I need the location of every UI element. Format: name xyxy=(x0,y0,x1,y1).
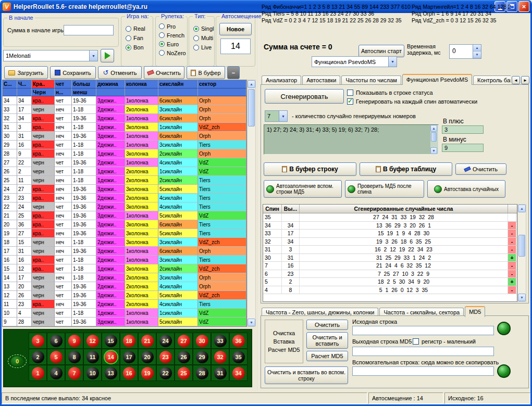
start-sum-input[interactable] xyxy=(64,25,114,35)
history-row[interactable]: 104чернчет1-181дюжи..1колонка1сиклайнVdZ xyxy=(3,309,246,318)
board-cell-25[interactable]: 25 xyxy=(175,365,193,381)
history-row[interactable]: 928чернчет19-363дюжи..1колонка5сиклайнVd… xyxy=(3,318,246,326)
history-row[interactable]: 3031черннеч19-363дюжи..1колонка6сиклайнO… xyxy=(3,132,246,141)
scroll-thumb[interactable] xyxy=(248,89,255,126)
generate-button[interactable]: Сгенерировать xyxy=(265,89,344,104)
history-row[interactable]: 1927кра..неч19-363дюжи..3колонка5сиклайн… xyxy=(3,229,246,238)
board-cell-21[interactable]: 21 xyxy=(138,333,156,349)
main-tab-3[interactable]: Частоты по числам xyxy=(341,75,401,85)
history-row[interactable]: 3434кра..чет19-363дюжи..1колонка6сиклайн… xyxy=(3,96,246,105)
board-cell-28[interactable]: 28 xyxy=(193,365,211,381)
main-tab-4[interactable]: Функционал PsevdoMS xyxy=(402,74,472,85)
gen-row[interactable]: 331715 19 1 9 4 28 30- xyxy=(263,230,517,238)
radio-option-euro[interactable]: Euro xyxy=(159,40,186,48)
history-row[interactable]: 1123кра..неч19-362дюжи..2колонка4сиклайн… xyxy=(3,300,246,309)
board-cell-14[interactable]: 14 xyxy=(102,349,120,365)
toolbar-button-save-disk[interactable]: Сохранить xyxy=(50,66,96,79)
tab-scroll-left-icon[interactable]: ◄ xyxy=(512,76,520,84)
board-cell-11[interactable]: 11 xyxy=(83,349,102,365)
main-tab-5[interactable]: Контроль банкро xyxy=(473,75,511,85)
scroll-down-icon[interactable]: ▼ xyxy=(518,294,526,301)
check-md5-button[interactable]: Проверить МД5 после спина xyxy=(345,180,424,198)
copy-line-button[interactable]: В буфер строку xyxy=(264,162,356,176)
board-cell-16[interactable]: 16 xyxy=(120,365,138,381)
freq-tab-3[interactable]: MD5 xyxy=(465,306,485,317)
spinner-up-icon[interactable]: ▲ xyxy=(473,45,481,52)
scroll-thumb[interactable] xyxy=(431,132,437,142)
main-tab-1[interactable]: Анализатор xyxy=(262,75,301,85)
toolbar-button-clear[interactable]: Очистить xyxy=(144,66,184,79)
board-cell-5[interactable]: 5 xyxy=(47,349,65,365)
history-row[interactable]: 2125кра..неч19-363дюжи..1колонка5сиклайн… xyxy=(3,211,246,220)
scroll-down-icon[interactable]: ▼ xyxy=(430,147,437,154)
history-row[interactable]: 1320чернчет19-362дюжи..2колонка4сиклайнO… xyxy=(3,282,246,291)
board-cell-7[interactable]: 7 xyxy=(65,365,83,381)
md5-copy-aux-button[interactable] xyxy=(497,364,511,378)
clear-output-button[interactable]: Очистить xyxy=(455,163,506,175)
copy-table-button[interactable]: В буфер таблицу xyxy=(360,162,452,176)
main-tab-2[interactable]: Автоставки xyxy=(302,75,340,85)
gen-row[interactable]: 71621 24 4 6 32 35 12- xyxy=(263,262,517,270)
md5-aux-input[interactable] xyxy=(352,366,494,376)
play-button[interactable] xyxy=(101,49,114,62)
radio-option-french[interactable]: French xyxy=(159,31,186,40)
board-cell-26[interactable]: 26 xyxy=(175,349,193,365)
autospin-start-button[interactable]: Автоспин старт xyxy=(358,45,404,57)
history-row[interactable]: 2224чернчет19-362дюжи..3колонка4сиклайнT… xyxy=(3,202,246,211)
board-cell-20[interactable]: 20 xyxy=(138,349,156,365)
radio-option-singl[interactable]: Singl xyxy=(193,24,214,33)
scroll-up-icon[interactable]: ▲ xyxy=(430,125,437,132)
gen-row[interactable]: 3527 24 31 33 19 32 28 xyxy=(263,213,517,222)
board-cell-15[interactable]: 15 xyxy=(102,333,120,349)
board-cell-13[interactable]: 13 xyxy=(102,365,120,381)
board-cell-17[interactable]: 17 xyxy=(120,349,138,365)
board-cell-10[interactable]: 10 xyxy=(83,365,102,381)
board-cell-31[interactable]: 31 xyxy=(211,365,229,381)
board-cell-24[interactable]: 24 xyxy=(156,333,175,349)
board-cell-29[interactable]: 29 xyxy=(193,349,211,365)
function-select[interactable]: Функционал PsevdoMS ▼ xyxy=(312,56,397,67)
radio-option-bon[interactable]: Bon xyxy=(126,43,145,52)
board-cell-4[interactable]: 4 xyxy=(47,365,65,381)
history-row[interactable]: 2916кра..чет1-182дюжи..1колонка3сиклайнT… xyxy=(3,141,246,149)
gen-row[interactable]: 323419 3 26 18 6 35 25- xyxy=(263,238,517,246)
toolbar-button-minus[interactable]: − xyxy=(227,66,240,79)
tab-scroll-right-icon[interactable]: ► xyxy=(521,76,529,84)
board-cell-3[interactable]: 3 xyxy=(29,333,47,349)
history-scrollbar[interactable]: ▲ ▼ xyxy=(247,80,256,327)
history-row[interactable]: 3317черннеч1-182дюжи..2колонка3сиклайнOr… xyxy=(3,105,246,114)
history-row[interactable]: 1616кра..чет1-182дюжи..1колонка3сиклайнT… xyxy=(3,256,246,264)
radio-option-fan[interactable]: Fan xyxy=(126,33,145,43)
board-cell-8[interactable]: 8 xyxy=(65,349,83,365)
board-cell-22[interactable]: 22 xyxy=(156,365,175,381)
md5-copy-source-button[interactable] xyxy=(497,322,511,335)
board-cell-35[interactable]: 35 xyxy=(229,349,248,365)
radio-option-pro[interactable]: Pro xyxy=(159,22,186,31)
register-lowercase-checkbox[interactable]: регистр - маленький xyxy=(413,338,476,345)
chevron-down-icon[interactable]: ▼ xyxy=(279,111,287,121)
board-cell-19[interactable]: 19 xyxy=(138,365,156,381)
board-cell-1[interactable]: 1 xyxy=(29,365,47,381)
history-row[interactable]: 2427кра..неч19-363дюжи..3колонка5сиклайн… xyxy=(3,185,246,194)
toolbar-button-undo[interactable]: ↺Отменить xyxy=(98,66,142,79)
board-cell-2[interactable]: 2 xyxy=(29,349,47,365)
autobet-random-button[interactable]: Автоставка случайных xyxy=(427,180,505,198)
board-cell-9[interactable]: 9 xyxy=(65,333,83,349)
history-row[interactable]: 1815черннеч1-182дюжи..3колонка3сиклайнVd… xyxy=(3,238,246,247)
show-in-status-checkbox[interactable]: Показывать в строке статуса xyxy=(347,90,433,96)
chevron-down-icon[interactable]: ▼ xyxy=(388,57,397,67)
md5-output-input[interactable] xyxy=(352,347,494,356)
gen-row[interactable]: 31316 2 12 19 22 34 23- xyxy=(263,246,517,254)
gen-row[interactable]: 303131 25 29 33 1 24 2+ xyxy=(263,254,517,262)
board-cell-6[interactable]: 6 xyxy=(47,333,65,349)
chevron-down-icon[interactable]: ▼ xyxy=(89,50,97,61)
count-select[interactable]: 7 ▼ xyxy=(265,110,288,122)
history-row[interactable]: 313кра..неч1-181дюжи..3колонка1сиклайнVd… xyxy=(3,123,246,132)
toolbar-button-clipboard[interactable]: В буфер xyxy=(187,66,225,79)
board-cell-0[interactable]: 0 xyxy=(7,352,28,370)
history-row[interactable]: 1731черннеч19-363дюжи..1колонка6сиклайнO… xyxy=(3,247,246,256)
auto-generate-checkbox[interactable]: Генерировать на каждый спин автоматическ… xyxy=(347,98,477,105)
history-row[interactable]: 2511черннеч1-181дюжи..2колонка2сиклайнTi… xyxy=(3,176,246,185)
history-row[interactable]: 2323кра..неч19-362дюжи..2колонка4сиклайн… xyxy=(3,194,246,202)
scroll-down-icon[interactable]: ▼ xyxy=(248,319,255,326)
